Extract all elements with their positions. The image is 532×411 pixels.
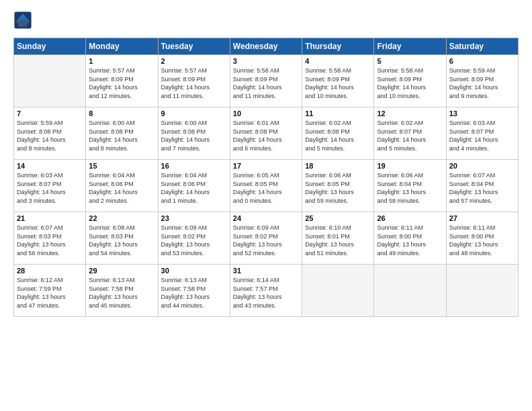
day-cell: 24Sunrise: 6:09 AM Sunset: 8:02 PM Dayli… <box>230 212 302 265</box>
day-info: Sunrise: 5:58 AM Sunset: 8:09 PM Dayligh… <box>305 66 371 100</box>
day-info: Sunrise: 6:06 AM Sunset: 8:04 PM Dayligh… <box>377 171 443 205</box>
logo-icon <box>13 11 32 30</box>
day-cell: 12Sunrise: 6:02 AM Sunset: 8:07 PM Dayli… <box>374 107 446 160</box>
day-number: 3 <box>233 57 299 65</box>
day-info: Sunrise: 6:02 AM Sunset: 8:07 PM Dayligh… <box>377 119 443 152</box>
day-cell: 9Sunrise: 6:00 AM Sunset: 8:08 PM Daylig… <box>158 107 230 160</box>
week-row-3: 14Sunrise: 6:03 AM Sunset: 8:07 PM Dayli… <box>14 160 519 212</box>
day-info: Sunrise: 6:10 AM Sunset: 8:01 PM Dayligh… <box>305 224 371 257</box>
day-info: Sunrise: 6:07 AM Sunset: 8:03 PM Dayligh… <box>17 224 83 257</box>
day-info: Sunrise: 6:01 AM Sunset: 8:08 PM Dayligh… <box>233 119 299 152</box>
weekday-header-friday: Friday <box>374 38 446 55</box>
day-number: 14 <box>17 162 83 170</box>
day-number: 17 <box>233 162 299 170</box>
logo <box>13 11 34 30</box>
day-number: 13 <box>449 109 515 118</box>
day-cell: 25Sunrise: 6:10 AM Sunset: 8:01 PM Dayli… <box>302 212 374 265</box>
week-row-2: 7Sunrise: 5:59 AM Sunset: 8:08 PM Daylig… <box>14 107 519 160</box>
day-number: 12 <box>377 109 443 118</box>
day-cell: 26Sunrise: 6:11 AM Sunset: 8:00 PM Dayli… <box>374 212 446 265</box>
day-number: 20 <box>449 162 515 170</box>
weekday-header-row: SundayMondayTuesdayWednesdayThursdayFrid… <box>14 38 519 55</box>
day-number: 21 <box>17 214 83 222</box>
day-number: 23 <box>161 214 227 222</box>
weekday-header-wednesday: Wednesday <box>230 38 302 55</box>
day-number: 27 <box>449 214 515 222</box>
weekday-header-thursday: Thursday <box>302 38 374 55</box>
page: SundayMondayTuesdayWednesdayThursdayFrid… <box>0 0 532 324</box>
day-cell <box>14 55 86 107</box>
day-info: Sunrise: 6:03 AM Sunset: 8:07 PM Dayligh… <box>449 119 515 152</box>
day-number: 15 <box>89 162 154 170</box>
day-cell <box>446 265 518 317</box>
day-cell: 23Sunrise: 6:09 AM Sunset: 8:02 PM Dayli… <box>158 212 230 265</box>
day-number: 11 <box>305 109 371 118</box>
day-number: 18 <box>305 162 371 170</box>
day-number: 19 <box>377 162 443 170</box>
day-cell: 2Sunrise: 5:57 AM Sunset: 8:09 PM Daylig… <box>158 55 230 107</box>
day-number: 16 <box>161 162 227 170</box>
calendar-table: SundayMondayTuesdayWednesdayThursdayFrid… <box>13 38 519 317</box>
day-cell: 16Sunrise: 6:04 AM Sunset: 8:06 PM Dayli… <box>158 160 230 212</box>
day-info: Sunrise: 6:02 AM Sunset: 8:08 PM Dayligh… <box>305 119 371 152</box>
day-cell: 7Sunrise: 5:59 AM Sunset: 8:08 PM Daylig… <box>14 107 86 160</box>
day-cell: 3Sunrise: 5:58 AM Sunset: 8:09 PM Daylig… <box>230 55 302 107</box>
day-number: 8 <box>89 109 154 118</box>
week-row-5: 28Sunrise: 6:12 AM Sunset: 7:59 PM Dayli… <box>14 265 519 317</box>
day-info: Sunrise: 6:09 AM Sunset: 8:02 PM Dayligh… <box>161 224 227 257</box>
day-info: Sunrise: 6:00 AM Sunset: 8:08 PM Dayligh… <box>161 119 227 152</box>
header <box>13 11 519 30</box>
weekday-header-saturday: Saturday <box>446 38 518 55</box>
day-cell: 14Sunrise: 6:03 AM Sunset: 8:07 PM Dayli… <box>14 160 86 212</box>
day-number: 4 <box>305 57 371 65</box>
day-cell <box>374 265 446 317</box>
day-cell: 6Sunrise: 5:59 AM Sunset: 8:09 PM Daylig… <box>446 55 518 107</box>
day-cell: 10Sunrise: 6:01 AM Sunset: 8:08 PM Dayli… <box>230 107 302 160</box>
day-info: Sunrise: 5:58 AM Sunset: 8:09 PM Dayligh… <box>233 66 299 100</box>
day-info: Sunrise: 6:11 AM Sunset: 8:00 PM Dayligh… <box>449 224 515 257</box>
day-number: 2 <box>161 57 227 65</box>
day-info: Sunrise: 6:04 AM Sunset: 8:06 PM Dayligh… <box>161 171 227 205</box>
day-cell: 17Sunrise: 6:05 AM Sunset: 8:05 PM Dayli… <box>230 160 302 212</box>
day-info: Sunrise: 6:12 AM Sunset: 7:59 PM Dayligh… <box>17 276 83 310</box>
day-cell: 20Sunrise: 6:07 AM Sunset: 8:04 PM Dayli… <box>446 160 518 212</box>
day-number: 1 <box>89 57 154 65</box>
day-number: 24 <box>233 214 299 222</box>
weekday-header-tuesday: Tuesday <box>158 38 230 55</box>
day-number: 28 <box>17 267 83 275</box>
day-cell: 13Sunrise: 6:03 AM Sunset: 8:07 PM Dayli… <box>446 107 518 160</box>
day-cell: 30Sunrise: 6:13 AM Sunset: 7:58 PM Dayli… <box>158 265 230 317</box>
day-info: Sunrise: 6:00 AM Sunset: 8:08 PM Dayligh… <box>89 119 154 152</box>
day-cell: 31Sunrise: 6:14 AM Sunset: 7:57 PM Dayli… <box>230 265 302 317</box>
day-info: Sunrise: 6:05 AM Sunset: 8:05 PM Dayligh… <box>233 171 299 205</box>
day-info: Sunrise: 5:57 AM Sunset: 8:09 PM Dayligh… <box>89 66 154 100</box>
day-info: Sunrise: 6:09 AM Sunset: 8:02 PM Dayligh… <box>233 224 299 257</box>
day-info: Sunrise: 6:03 AM Sunset: 8:07 PM Dayligh… <box>17 171 83 205</box>
day-info: Sunrise: 6:13 AM Sunset: 7:58 PM Dayligh… <box>161 276 227 310</box>
day-info: Sunrise: 5:58 AM Sunset: 8:09 PM Dayligh… <box>377 66 443 100</box>
day-cell: 28Sunrise: 6:12 AM Sunset: 7:59 PM Dayli… <box>14 265 86 317</box>
day-number: 5 <box>377 57 443 65</box>
day-cell: 4Sunrise: 5:58 AM Sunset: 8:09 PM Daylig… <box>302 55 374 107</box>
day-number: 29 <box>89 267 154 275</box>
day-number: 6 <box>449 57 515 65</box>
day-info: Sunrise: 6:06 AM Sunset: 8:05 PM Dayligh… <box>305 171 371 205</box>
weekday-header-monday: Monday <box>86 38 158 55</box>
day-number: 25 <box>305 214 371 222</box>
day-number: 31 <box>233 267 299 275</box>
day-cell: 5Sunrise: 5:58 AM Sunset: 8:09 PM Daylig… <box>374 55 446 107</box>
day-number: 22 <box>89 214 154 222</box>
day-cell: 19Sunrise: 6:06 AM Sunset: 8:04 PM Dayli… <box>374 160 446 212</box>
day-info: Sunrise: 6:04 AM Sunset: 8:06 PM Dayligh… <box>89 171 154 205</box>
day-info: Sunrise: 5:59 AM Sunset: 8:09 PM Dayligh… <box>449 66 515 100</box>
day-info: Sunrise: 5:59 AM Sunset: 8:08 PM Dayligh… <box>17 119 83 152</box>
day-cell: 11Sunrise: 6:02 AM Sunset: 8:08 PM Dayli… <box>302 107 374 160</box>
day-info: Sunrise: 5:57 AM Sunset: 8:09 PM Dayligh… <box>161 66 227 100</box>
day-cell: 15Sunrise: 6:04 AM Sunset: 8:06 PM Dayli… <box>86 160 158 212</box>
weekday-header-sunday: Sunday <box>14 38 86 55</box>
day-number: 30 <box>161 267 227 275</box>
day-number: 9 <box>161 109 227 118</box>
day-info: Sunrise: 6:14 AM Sunset: 7:57 PM Dayligh… <box>233 276 299 310</box>
day-cell: 29Sunrise: 6:13 AM Sunset: 7:58 PM Dayli… <box>86 265 158 317</box>
day-info: Sunrise: 6:07 AM Sunset: 8:04 PM Dayligh… <box>449 171 515 205</box>
